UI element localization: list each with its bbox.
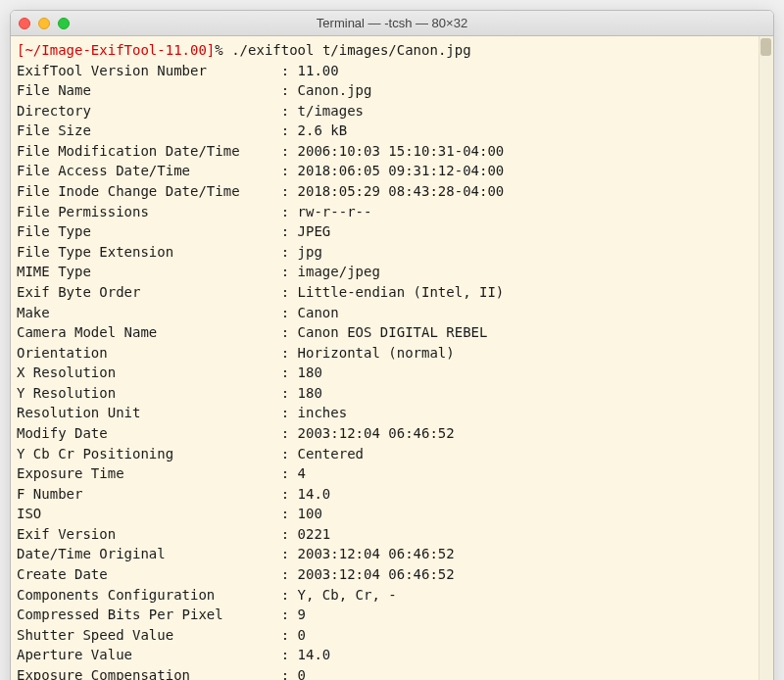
prompt-command: ./exiftool t/images/Canon.jpg	[231, 42, 470, 58]
output-separator: :	[281, 183, 298, 199]
output-label: Shutter Speed Value	[17, 627, 281, 643]
window-title: Terminal — -tcsh — 80×32	[11, 16, 773, 30]
output-row: ISO : 100	[17, 504, 767, 524]
output-value: 0	[298, 667, 306, 680]
output-row: Date/Time Original : 2003:12:04 06:46:52	[17, 544, 767, 564]
output-separator: :	[281, 163, 298, 178]
output-separator: :	[281, 63, 298, 78]
output-label: File Type Extension	[17, 244, 281, 260]
output-separator: :	[281, 143, 298, 159]
output-separator: :	[281, 486, 298, 502]
output-value: 11.00	[298, 63, 339, 78]
scrollbar[interactable]	[759, 36, 773, 680]
output-label: ISO	[17, 506, 281, 521]
output-value: 2003:12:04 06:46:52	[298, 566, 455, 582]
traffic-lights	[19, 18, 70, 29]
terminal-body[interactable]: [~/Image-ExifTool-11.00]% ./exiftool t/i…	[11, 36, 773, 680]
output-label: File Size	[17, 122, 281, 138]
output-label: Orientation	[17, 345, 281, 361]
prompt-line: [~/Image-ExifTool-11.00]% ./exiftool t/i…	[17, 40, 767, 61]
output-value: 14.0	[298, 647, 331, 662]
output-separator: :	[281, 627, 298, 643]
output-value: Horizontal (normal)	[298, 345, 455, 361]
output-row: Exif Byte Order : Little-endian (Intel, …	[17, 282, 767, 303]
output-separator: :	[281, 465, 298, 481]
output-value: 100	[298, 506, 322, 521]
output-separator: :	[281, 244, 298, 260]
output-separator: :	[281, 446, 298, 461]
output-value: inches	[298, 405, 348, 420]
output-value: 2018:06:05 09:31:12-04:00	[298, 163, 505, 178]
output-separator: :	[281, 82, 298, 98]
output-value: 0221	[298, 526, 331, 542]
terminal-window: Terminal — -tcsh — 80×32 [~/Image-ExifTo…	[10, 10, 774, 680]
output-value: rw-r--r--	[298, 204, 372, 219]
output-separator: :	[281, 546, 298, 561]
output-label: ExifTool Version Number	[17, 63, 281, 78]
output-row: ExifTool Version Number : 11.00	[17, 61, 767, 81]
output-label: Y Resolution	[17, 385, 281, 401]
output-value: t/images	[298, 103, 364, 119]
output-label: Y Cb Cr Positioning	[17, 446, 281, 461]
output-row: File Type Extension : jpg	[17, 242, 767, 263]
output-row: Create Date : 2003:12:04 06:46:52	[17, 564, 767, 585]
output-row: Components Configuration : Y, Cb, Cr, -	[17, 585, 767, 606]
output-label: Compressed Bits Per Pixel	[17, 607, 281, 622]
titlebar[interactable]: Terminal — -tcsh — 80×32	[11, 11, 773, 36]
output-label: F Number	[17, 486, 281, 502]
output-value: Canon	[298, 305, 339, 320]
output-value: Canon EOS DIGITAL REBEL	[298, 324, 488, 340]
prompt-path: [~/Image-ExifTool-11.00]	[17, 42, 215, 58]
output-row: Modify Date : 2003:12:04 06:46:52	[17, 423, 767, 444]
output-separator: :	[281, 607, 298, 622]
output-separator: :	[281, 305, 298, 320]
output-label: Camera Model Name	[17, 324, 281, 340]
output-separator: :	[281, 385, 298, 401]
output-label: Exposure Time	[17, 465, 281, 481]
output-label: Directory	[17, 103, 281, 119]
output-separator: :	[281, 223, 298, 239]
output-separator: :	[281, 566, 298, 582]
output-separator: :	[281, 647, 298, 662]
output-label: File Modification Date/Time	[17, 143, 281, 159]
output-row: Y Cb Cr Positioning : Centered	[17, 444, 767, 464]
output-label: Exposure Compensation	[17, 667, 281, 680]
output-row: Exposure Time : 4	[17, 463, 767, 484]
terminal-output: ExifTool Version Number : 11.00File Name…	[17, 61, 767, 680]
output-separator: :	[281, 364, 298, 380]
scrollbar-thumb[interactable]	[760, 38, 771, 56]
output-separator: :	[281, 103, 298, 119]
output-label: File Type	[17, 223, 281, 239]
output-value: Y, Cb, Cr, -	[298, 587, 397, 603]
output-separator: :	[281, 122, 298, 138]
output-separator: :	[281, 324, 298, 340]
output-separator: :	[281, 506, 298, 521]
output-separator: :	[281, 526, 298, 542]
output-label: File Permissions	[17, 204, 281, 219]
output-row: File Permissions : rw-r--r--	[17, 202, 767, 222]
close-icon[interactable]	[19, 18, 30, 29]
output-row: F Number : 14.0	[17, 484, 767, 505]
output-row: Compressed Bits Per Pixel : 9	[17, 605, 767, 625]
output-separator: :	[281, 284, 298, 300]
output-value: 14.0	[298, 486, 331, 502]
output-value: 2006:10:03 15:10:31-04:00	[298, 143, 505, 159]
output-row: File Modification Date/Time : 2006:10:03…	[17, 141, 767, 162]
output-label: Make	[17, 305, 281, 320]
output-row: Y Resolution : 180	[17, 383, 767, 404]
output-label: MIME Type	[17, 264, 281, 279]
output-row: Make : Canon	[17, 303, 767, 323]
output-label: Exif Version	[17, 526, 281, 542]
output-value: 2003:12:04 06:46:52	[298, 546, 455, 561]
output-label: Aperture Value	[17, 647, 281, 662]
output-value: Canon.jpg	[298, 82, 372, 98]
output-row: Camera Model Name : Canon EOS DIGITAL RE…	[17, 322, 767, 343]
output-value: 2018:05:29 08:43:28-04:00	[298, 183, 505, 199]
output-label: File Access Date/Time	[17, 163, 281, 178]
output-label: Exif Byte Order	[17, 284, 281, 300]
output-separator: :	[281, 204, 298, 219]
minimize-icon[interactable]	[38, 18, 50, 29]
output-value: Centered	[298, 446, 364, 461]
zoom-icon[interactable]	[58, 18, 70, 29]
output-separator: :	[281, 345, 298, 361]
